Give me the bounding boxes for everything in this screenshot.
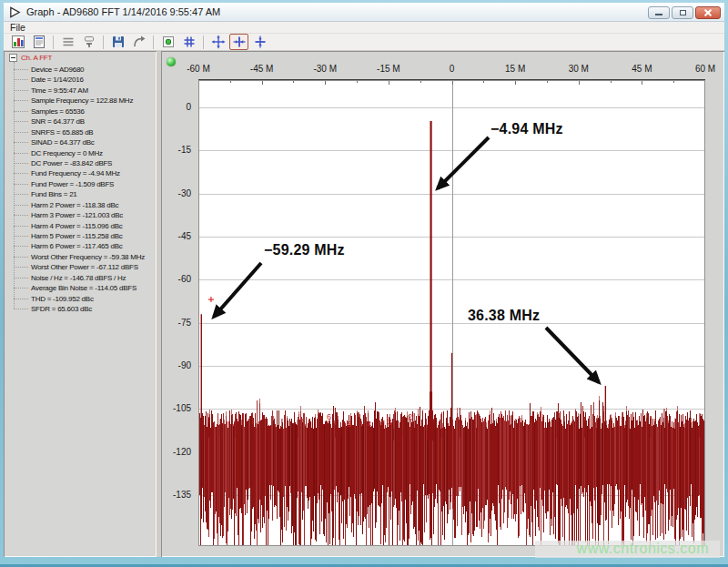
x-axis-tick-label: 45 M bbox=[619, 64, 664, 75]
menubar: File bbox=[4, 22, 724, 34]
toolbar-separator bbox=[53, 35, 54, 49]
y-axis-tick-label: -90 bbox=[161, 360, 195, 371]
harmonic-marker-label: 4 bbox=[367, 420, 371, 429]
watermark: www.cntronics.com bbox=[535, 541, 720, 558]
y-axis-tick-label: -135 bbox=[161, 490, 195, 501]
tree-item[interactable]: Harm 5 Power = -115.258 dBc bbox=[4, 231, 157, 241]
fit-vertical-icon bbox=[253, 35, 268, 49]
app-icon bbox=[8, 5, 22, 19]
y-axis-tick-label: -75 bbox=[161, 318, 195, 329]
tree-item[interactable]: Worst Other Power = -67.112 dBFS bbox=[4, 262, 157, 272]
x-axis-tick-label: -60 M bbox=[176, 64, 221, 75]
tree-root[interactable]: Ch. A FFT bbox=[4, 51, 157, 62]
toolbar bbox=[4, 34, 724, 51]
averaging-icon bbox=[61, 35, 76, 49]
window-title: Graph - AD9680 FFT 1/14/2016 9:55:47 AM bbox=[26, 6, 220, 17]
tree-item[interactable]: Fund Frequency = -4.94 MHz bbox=[4, 168, 157, 178]
tree-item[interactable]: SINAD = 64.377 dBc bbox=[4, 137, 157, 147]
fit-horizontal-button[interactable] bbox=[229, 34, 248, 50]
tree-item-list: Device = AD9680Date = 1/14/2016Time = 9:… bbox=[4, 65, 157, 315]
harmonic-marker-label: 5 bbox=[347, 420, 351, 429]
harmonic-marker-label: 6 bbox=[327, 412, 331, 421]
chart-panel: -60 M-45 M-30 M-15 M015 M30 M45 M60 M 0-… bbox=[161, 51, 724, 557]
menu-item-file[interactable]: File bbox=[4, 22, 32, 33]
y-axis-tick-label: 0 bbox=[161, 102, 195, 113]
tree-item[interactable]: Harm 6 Power = -117.465 dBc bbox=[4, 241, 157, 251]
status-led bbox=[167, 57, 176, 66]
fft-plot[interactable]: 23456 bbox=[198, 80, 705, 546]
y-axis-tick-label: -60 bbox=[161, 274, 195, 285]
annotation-label: −4.94 MHz bbox=[490, 121, 563, 137]
export-button[interactable] bbox=[129, 34, 148, 50]
tree-item[interactable]: Harm 4 Power = -115.096 dBc bbox=[4, 221, 157, 231]
labels-icon bbox=[82, 35, 96, 49]
window-controls bbox=[648, 6, 721, 19]
x-axis-tick-label: 0 bbox=[430, 64, 475, 75]
tree-item[interactable]: DC Frequency = 0 MHz bbox=[4, 148, 157, 158]
tree-collapse-icon[interactable] bbox=[9, 54, 17, 62]
report-button[interactable] bbox=[29, 34, 48, 50]
tree-item[interactable]: Harm 3 Power = -121.003 dBc bbox=[4, 210, 157, 220]
persistence-icon bbox=[161, 35, 176, 49]
tree-item[interactable]: Fund Power = -1.509 dBFS bbox=[4, 179, 157, 189]
tree-item[interactable]: Sample Frequency = 122.88 MHz bbox=[4, 96, 157, 106]
fit-all-icon bbox=[211, 35, 226, 49]
titlebar: Graph - AD9680 FFT 1/14/2016 9:55:47 AM bbox=[4, 3, 724, 22]
tree-item[interactable]: SNRFS = 65.885 dB bbox=[4, 127, 157, 137]
y-axis-tick-label: -105 bbox=[161, 403, 195, 414]
y-axis-tick-label: -30 bbox=[161, 188, 195, 199]
tree-root-label: Ch. A FFT bbox=[21, 54, 52, 62]
fit-vertical-button[interactable] bbox=[250, 34, 269, 50]
app-window: Graph - AD9680 FFT 1/14/2016 9:55:47 AM … bbox=[0, 0, 728, 567]
tree-item[interactable]: Average Bin Noise = -114.05 dBFS bbox=[4, 283, 157, 293]
x-axis-tick-label: 15 M bbox=[492, 64, 538, 75]
toolbar-separator bbox=[153, 35, 154, 49]
main-area: Ch. A FFT Device = AD9680Date = 1/14/201… bbox=[4, 51, 724, 557]
tree-item[interactable]: Harm 2 Power = -118.38 dBc bbox=[4, 200, 157, 210]
grid-button[interactable] bbox=[179, 34, 198, 50]
y-axis-tick-label: -45 bbox=[161, 231, 195, 242]
tree-item[interactable]: Device = AD9680 bbox=[4, 65, 157, 75]
fit-horizontal-icon bbox=[232, 35, 247, 49]
chart-properties-button[interactable] bbox=[8, 34, 27, 50]
annotation-label: −59.29 MHz bbox=[264, 242, 345, 258]
minimize-button[interactable] bbox=[648, 6, 670, 19]
toolbar-separator bbox=[203, 35, 204, 49]
tree-item[interactable]: THD = -109.952 dBc bbox=[4, 294, 157, 304]
x-axis-tick-label: 30 M bbox=[556, 64, 602, 75]
tree-item[interactable]: Fund Bins = 21 bbox=[4, 189, 157, 199]
save-icon bbox=[111, 35, 126, 49]
tree-item[interactable]: Noise / Hz = -146.78 dBFS / Hz bbox=[4, 273, 157, 283]
toolbar-separator bbox=[103, 35, 104, 49]
fit-all-button[interactable] bbox=[208, 34, 228, 50]
tree-item[interactable]: DC Power = -83.842 dBFS bbox=[4, 158, 157, 168]
plus-cursor-marker bbox=[208, 297, 214, 302]
labels-button[interactable] bbox=[79, 34, 98, 50]
tree-item[interactable]: Samples = 65536 bbox=[4, 106, 157, 116]
measurement-tree-panel: Ch. A FFT Device = AD9680Date = 1/14/201… bbox=[4, 51, 157, 557]
export-icon bbox=[132, 35, 147, 49]
x-axis-tick-label: -45 M bbox=[239, 64, 285, 75]
y-axis-tick-label: -120 bbox=[161, 447, 195, 458]
x-axis-tick-label: 60 M bbox=[682, 64, 728, 75]
averaging-button[interactable] bbox=[58, 34, 77, 50]
tree-item[interactable]: Date = 1/14/2016 bbox=[4, 75, 157, 85]
harmonic-marker-label: 3 bbox=[388, 418, 392, 427]
y-axis-tick-label: -15 bbox=[161, 145, 195, 156]
tree-item[interactable]: SFDR = 65.603 dBc bbox=[4, 304, 157, 314]
persistence-button[interactable] bbox=[158, 34, 177, 50]
chart-properties-icon bbox=[11, 35, 25, 49]
x-axis-tick-label: -30 M bbox=[302, 64, 348, 75]
tree-item[interactable]: SNR = 64.377 dB bbox=[4, 116, 157, 127]
x-axis-tick-label: -15 M bbox=[366, 64, 411, 75]
tree-item[interactable]: Worst Other Frequency = -59.38 MHz bbox=[4, 252, 157, 262]
save-button[interactable] bbox=[108, 34, 127, 50]
harmonic-marker-label: 2 bbox=[408, 412, 412, 421]
tree-item[interactable]: Time = 9:55:47 AM bbox=[4, 86, 157, 96]
close-button[interactable] bbox=[695, 6, 721, 19]
report-icon bbox=[32, 35, 46, 49]
grid-icon bbox=[182, 35, 197, 49]
annotation-label: 36.38 MHz bbox=[468, 308, 540, 324]
fft-plot-svg[interactable]: 23456 bbox=[198, 80, 705, 546]
restore-button[interactable] bbox=[672, 6, 693, 19]
